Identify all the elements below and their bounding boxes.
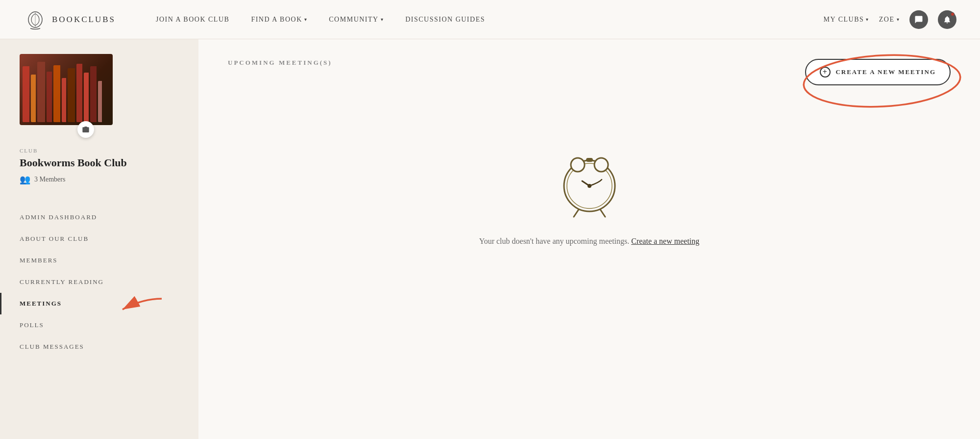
community-chevron-icon: ▾ bbox=[381, 17, 384, 22]
svg-line-10 bbox=[600, 209, 605, 217]
sidebar-navigation: ADMIN DASHBOARD ABOUT OUR CLUB MEMBERS C… bbox=[0, 207, 198, 358]
nav-my-clubs[interactable]: MY CLUBS ▾ bbox=[824, 16, 869, 24]
sidebar-link-about[interactable]: ABOUT OUR CLUB bbox=[0, 228, 198, 250]
sidebar-link-admin-dashboard[interactable]: ADMIN DASHBOARD bbox=[0, 207, 198, 228]
messages-button[interactable] bbox=[909, 10, 928, 29]
club-image bbox=[20, 54, 113, 125]
nav-community[interactable]: COMMUNITY ▾ bbox=[318, 16, 394, 24]
content-header: UPCOMING MEETING(S) + CREATE A NEW MEETI… bbox=[228, 59, 951, 85]
my-clubs-chevron-icon: ▾ bbox=[866, 17, 869, 22]
camera-icon bbox=[82, 126, 90, 133]
sidebar-link-members[interactable]: MEMBERS bbox=[0, 250, 198, 271]
club-members: 👥 3 Members bbox=[20, 174, 179, 185]
club-label: CLUB bbox=[20, 148, 179, 154]
notifications-icon bbox=[943, 15, 952, 24]
nav-join-book-club[interactable]: JOIN A BOOK CLUB bbox=[145, 16, 240, 24]
create-meeting-label: CREATE A NEW MEETING bbox=[835, 68, 936, 76]
main-layout: CLUB Bookworms Book Club 👥 3 Members ADM… bbox=[0, 39, 980, 439]
create-meeting-button[interactable]: + CREATE A NEW MEETING bbox=[805, 59, 951, 85]
logo-text: BOOKCLUBS bbox=[52, 15, 116, 25]
nav-discussion-guides[interactable]: DISCUSSION GUIDES bbox=[394, 16, 496, 24]
svg-line-9 bbox=[574, 209, 579, 217]
club-meta: CLUB Bookworms Book Club 👥 3 Members bbox=[0, 134, 198, 202]
create-meeting-link[interactable]: Create a new meeting bbox=[631, 237, 699, 245]
svg-point-6 bbox=[588, 184, 591, 188]
sidebar: CLUB Bookworms Book Club 👥 3 Members ADM… bbox=[0, 39, 198, 439]
find-book-chevron-icon: ▾ bbox=[304, 17, 308, 22]
svg-point-8 bbox=[594, 158, 608, 172]
sidebar-item-about[interactable]: ABOUT OUR CLUB bbox=[0, 228, 198, 250]
sidebar-item-admin-dashboard[interactable]: ADMIN DASHBOARD bbox=[0, 207, 198, 228]
notification-badge bbox=[951, 12, 955, 16]
members-icon: 👥 bbox=[20, 174, 30, 185]
navbar: BOOKCLUBS JOIN A BOOK CLUB FIND A BOOK ▾… bbox=[0, 0, 980, 39]
user-chevron-icon: ▾ bbox=[897, 17, 900, 22]
alarm-clock-icon bbox=[555, 144, 624, 220]
empty-state: Your club doesn't have any upcoming meet… bbox=[228, 115, 951, 246]
camera-button[interactable] bbox=[77, 121, 94, 138]
club-image-section bbox=[0, 54, 198, 134]
members-count: 3 Members bbox=[34, 176, 65, 183]
nav-find-a-book[interactable]: FIND A BOOK ▾ bbox=[240, 16, 318, 24]
sidebar-link-polls[interactable]: POLLS bbox=[0, 314, 198, 336]
main-content: UPCOMING MEETING(S) + CREATE A NEW MEETI… bbox=[198, 39, 980, 439]
svg-rect-11 bbox=[586, 158, 593, 162]
svg-point-7 bbox=[571, 158, 585, 172]
plus-icon: + bbox=[820, 67, 831, 77]
notifications-button[interactable] bbox=[938, 10, 956, 29]
sidebar-item-currently-reading[interactable]: CURRENTLY READING bbox=[0, 271, 198, 293]
messages-icon bbox=[914, 15, 923, 24]
clock-icon-wrap bbox=[555, 144, 624, 222]
sidebar-item-polls[interactable]: POLLS bbox=[0, 314, 198, 336]
logo-icon bbox=[24, 8, 47, 31]
section-title: UPCOMING MEETING(S) bbox=[228, 59, 332, 67]
bookshelf-illustration bbox=[20, 54, 113, 125]
nav-right: MY CLUBS ▾ ZOE ▾ bbox=[824, 10, 956, 29]
club-name: Bookworms Book Club bbox=[20, 156, 179, 169]
nav-links: JOIN A BOOK CLUB FIND A BOOK ▾ COMMUNITY… bbox=[145, 16, 824, 24]
sidebar-item-club-messages[interactable]: CLUB MESSAGES bbox=[0, 336, 198, 358]
sidebar-item-meetings[interactable]: MEETINGS bbox=[0, 293, 198, 314]
sidebar-link-meetings[interactable]: MEETINGS bbox=[0, 293, 198, 314]
empty-message: Your club doesn't have any upcoming meet… bbox=[479, 237, 700, 246]
logo-link[interactable]: BOOKCLUBS bbox=[24, 8, 116, 31]
sidebar-link-club-messages[interactable]: CLUB MESSAGES bbox=[0, 336, 198, 358]
sidebar-item-members[interactable]: MEMBERS bbox=[0, 250, 198, 271]
sidebar-link-currently-reading[interactable]: CURRENTLY READING bbox=[0, 271, 198, 293]
nav-user-name[interactable]: ZOE ▾ bbox=[879, 16, 900, 24]
